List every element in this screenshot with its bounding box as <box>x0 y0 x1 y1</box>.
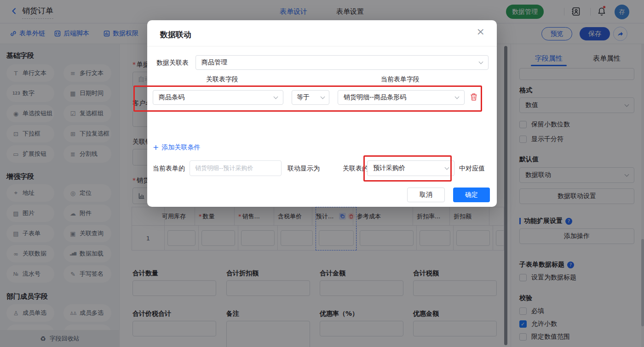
add-condition-link[interactable]: + 添加关联条件 <box>153 143 200 152</box>
linkage-display-label: 联动显示为 <box>288 165 320 173</box>
chevron-down-icon <box>479 59 483 64</box>
annotation-condition-row <box>133 85 482 112</box>
modal-title: 数据联动 <box>160 29 191 40</box>
app-root: 销货订单 表单设计 表单设置 数据管理 存 <box>0 0 644 347</box>
corresponding-value-suffix: 中对应值 <box>459 165 485 173</box>
relation-table-select[interactable]: 商品管理 <box>196 55 489 70</box>
close-icon[interactable]: × <box>477 27 485 37</box>
cancel-button[interactable]: 取消 <box>407 188 445 202</box>
confirm-button[interactable]: 确定 <box>453 188 490 202</box>
plus-icon: + <box>153 144 159 151</box>
annotation-related-field <box>363 155 452 182</box>
right-column-header: 当前表单字段 <box>381 75 420 84</box>
current-form-prefix: 当前表单的 <box>153 165 185 173</box>
current-field-input[interactable]: 销货明细--预计采购价 <box>190 160 282 176</box>
modal-header-divider <box>147 46 497 46</box>
relation-table-label: 数据关联表 <box>156 59 189 67</box>
left-column-header: 关联表字段 <box>206 75 238 84</box>
